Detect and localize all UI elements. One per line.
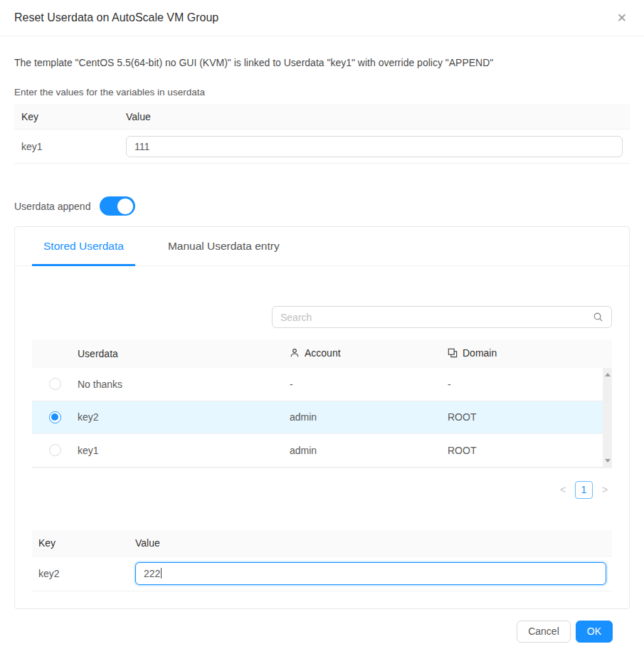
key-cell: key1: [14, 141, 126, 152]
table-header: Key Value: [32, 530, 612, 556]
cancel-button[interactable]: Cancel: [517, 621, 571, 643]
radio-button-checked[interactable]: [49, 411, 61, 423]
table-header: Key Value: [14, 104, 630, 130]
tab-stored-userdata[interactable]: Stored Userdata: [32, 227, 135, 265]
userdata-cell: key1: [78, 445, 290, 456]
variables-label: Enter the values for the variables in us…: [14, 87, 630, 97]
table-row: key1: [14, 130, 630, 164]
dialog-title: Reset Userdata on AutoScale VM Group: [14, 11, 218, 24]
text-caret: [161, 568, 162, 579]
account-cell: -: [290, 379, 448, 390]
block-icon: [448, 348, 458, 358]
search-input[interactable]: [280, 312, 593, 323]
previous-page-icon[interactable]: <: [557, 484, 569, 495]
next-page-icon[interactable]: >: [599, 484, 611, 495]
userdata-card: Stored Userdata Manual Userdata entry: [14, 226, 630, 609]
column-header-userdata: Userdata: [78, 348, 290, 359]
column-header-domain: Domain: [463, 347, 497, 359]
search-icon[interactable]: [593, 312, 603, 322]
userdata-cell: No thanks: [78, 379, 290, 390]
dialog-body: The template "CentOS 5.5(64-bit) no GUI …: [0, 57, 644, 643]
table-row-no-thanks[interactable]: No thanks - -: [32, 368, 603, 401]
value-input-key1[interactable]: [126, 136, 623, 157]
user-icon: [290, 348, 300, 358]
column-header-value: Value: [135, 537, 612, 549]
pagination: < 1 >: [32, 481, 612, 499]
stored-table-body: No thanks - - key2 admin ROOT key1: [32, 368, 612, 468]
userdata-append-label: Userdata append: [14, 201, 90, 212]
stored-table-header: Userdata Account: [32, 339, 612, 368]
column-header-key: Key: [14, 111, 126, 122]
userdata-cell: key2: [78, 411, 290, 423]
column-header-account: Account: [305, 347, 341, 359]
value-input-key2-focused[interactable]: 222: [135, 562, 606, 585]
ok-button[interactable]: OK: [576, 621, 613, 643]
table-row-key2[interactable]: key2 admin ROOT: [32, 401, 603, 435]
close-icon[interactable]: ✕: [614, 9, 630, 27]
bottom-key-value-table: Key Value key2 222: [32, 530, 612, 591]
table-row: key2 222: [32, 556, 612, 591]
radio-button[interactable]: [49, 378, 61, 390]
table-row-key1[interactable]: key1 admin ROOT: [32, 434, 603, 468]
domain-cell: ROOT: [448, 411, 603, 423]
tab-bar: Stored Userdata Manual Userdata entry: [15, 227, 629, 266]
scroll-down-icon[interactable]: [603, 456, 612, 466]
domain-cell: -: [448, 379, 603, 390]
column-header-value: Value: [126, 111, 630, 122]
search-box: [272, 306, 612, 328]
template-link-message: The template "CentOS 5.5(64-bit) no GUI …: [14, 57, 630, 68]
input-text: 222: [144, 568, 160, 579]
dialog-header: Reset Userdata on AutoScale VM Group ✕: [0, 0, 644, 36]
domain-cell: ROOT: [448, 445, 603, 456]
search-row: [32, 266, 612, 328]
tab-manual-userdata-entry[interactable]: Manual Userdata entry: [157, 227, 291, 265]
page-number-button[interactable]: 1: [575, 481, 593, 499]
key-cell: key2: [32, 568, 135, 579]
account-cell: admin: [290, 445, 448, 456]
card-content: Userdata Account: [15, 266, 629, 608]
table-scrollbar[interactable]: [603, 368, 612, 468]
dialog-footer: Cancel OK: [14, 609, 630, 643]
top-key-value-table: Key Value key1: [14, 104, 630, 164]
stored-userdata-table: Userdata Account: [32, 339, 612, 468]
column-header-key: Key: [32, 537, 135, 549]
scroll-up-icon[interactable]: [603, 369, 612, 379]
account-cell: admin: [290, 411, 448, 423]
radio-button[interactable]: [49, 444, 61, 456]
userdata-append-toggle[interactable]: [100, 196, 135, 216]
toggle-knob: [117, 199, 133, 214]
userdata-append-row: Userdata append: [14, 196, 630, 216]
reset-userdata-dialog: Reset Userdata on AutoScale VM Group ✕ T…: [0, 0, 644, 649]
